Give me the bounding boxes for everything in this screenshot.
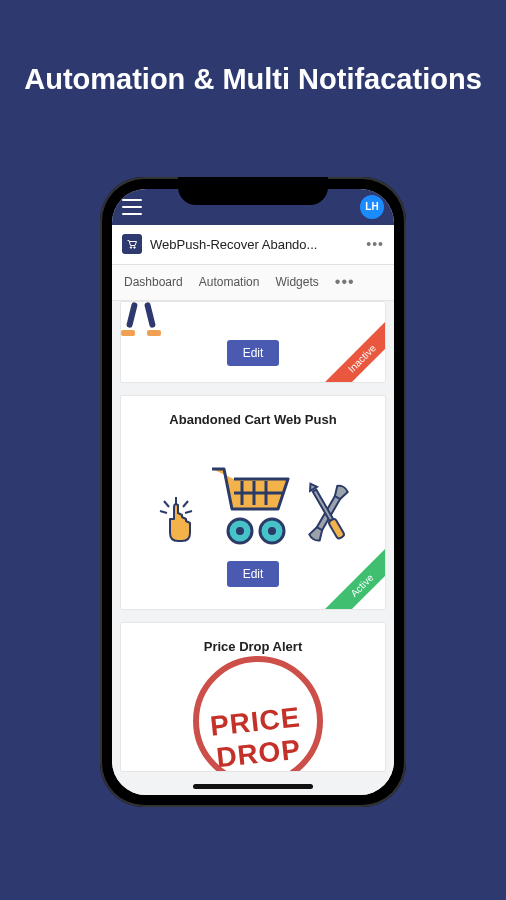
shopping-cart-icon: [206, 459, 296, 549]
phone-screen: LH WebPush-Recover Abando... ••• Dashboa…: [112, 189, 394, 795]
phone-frame: LH WebPush-Recover Abando... ••• Dashboa…: [100, 177, 406, 807]
svg-line-4: [183, 501, 188, 507]
tab-dashboard[interactable]: Dashboard: [124, 275, 183, 289]
svg-rect-17: [328, 518, 345, 539]
svg-line-6: [185, 511, 192, 513]
app-icon: [122, 234, 142, 254]
abandoned-cart-illustration: [131, 439, 375, 549]
person-legs-illustration: [121, 302, 161, 334]
svg-line-5: [160, 511, 167, 513]
tabs-more-icon[interactable]: •••: [335, 273, 355, 291]
svg-point-14: [268, 527, 276, 535]
promo-headline: Automation & Multi Notifacations: [18, 62, 488, 97]
tab-automation[interactable]: Automation: [199, 275, 260, 289]
card-abandoned-cart: Abandoned Cart Web Push: [120, 395, 386, 610]
tools-icon: [306, 479, 350, 549]
svg-point-0: [130, 247, 132, 249]
menu-icon[interactable]: [122, 199, 142, 215]
status-ribbon-inactive: Inactive: [316, 313, 386, 383]
tabs-bar: Dashboard Automation Widgets •••: [112, 265, 394, 301]
tab-widgets[interactable]: Widgets: [275, 275, 318, 289]
svg-point-1: [134, 247, 136, 249]
tap-hand-icon: [156, 495, 196, 549]
home-indicator: [193, 784, 313, 789]
status-ribbon-active: Active: [316, 540, 386, 610]
card-title: Price Drop Alert: [131, 639, 375, 654]
svg-point-12: [236, 527, 244, 535]
edit-button[interactable]: Edit: [227, 561, 280, 587]
svg-line-3: [164, 501, 169, 507]
page-title: WebPush-Recover Abando...: [150, 237, 358, 252]
title-bar: WebPush-Recover Abando... •••: [112, 225, 394, 265]
price-drop-stamp-illustration: PRICE DROP: [173, 666, 333, 772]
phone-notch: [178, 177, 328, 205]
card-price-drop: Price Drop Alert PRICE DROP: [120, 622, 386, 772]
avatar[interactable]: LH: [360, 195, 384, 219]
edit-button[interactable]: Edit: [227, 340, 280, 366]
content-scroll[interactable]: Edit Inactive Abandoned Cart Web Push: [112, 301, 394, 795]
card-title: Abandoned Cart Web Push: [131, 412, 375, 427]
card-prev: Edit Inactive: [120, 301, 386, 383]
title-more-icon[interactable]: •••: [366, 236, 384, 252]
